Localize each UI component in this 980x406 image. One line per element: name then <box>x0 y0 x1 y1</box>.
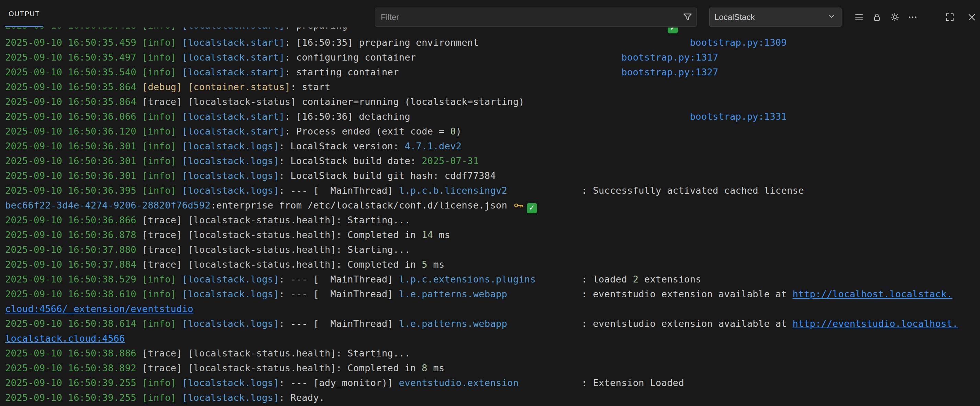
log-text: 2025-09-10 16:50:37.884 <box>5 259 142 270</box>
log-line: 2025-09-10 16:50:35.864 [debug] [contain… <box>0 80 980 94</box>
output-channel-select[interactable]: LocalStack <box>709 8 842 27</box>
log-text: bec66f22-3d4e-4274-9206-28820f76d592 <box>5 200 211 211</box>
log-text: 2025-09-10 16:50:36.301 <box>5 170 142 181</box>
log-line: 2025-09-10 16:50:36.301 [info] [localsta… <box>0 168 980 183</box>
log-pad <box>410 111 690 122</box>
log-text <box>176 37 182 48</box>
file-link[interactable]: bootstrap.py:1331 <box>690 111 787 122</box>
log-text: 2025-09-10 16:50:39.255 <box>5 392 142 403</box>
log-line: 2025-09-10 16:50:38.610 [info] [localsta… <box>0 287 980 301</box>
log-text: : preparing <box>285 27 348 30</box>
log-text: 2025-09-10 16:50:36.395 <box>5 185 142 196</box>
log-text: [localstack.start] <box>182 126 285 137</box>
log-text: [localstack.logs] <box>182 289 279 299</box>
panel-toolbar <box>851 10 979 25</box>
log-text: [localstack.logs] <box>182 141 279 151</box>
file-link[interactable]: bootstrap.py:1317 <box>621 52 718 62</box>
file-link[interactable]: bootstrap.py:1327 <box>621 67 718 77</box>
check-emoji: ✓ <box>527 203 537 213</box>
log-text: 2 <box>633 274 639 285</box>
tab-output[interactable]: OUTPUT <box>9 10 40 18</box>
log-text: : Completed in <box>336 363 422 373</box>
log-line: 2025-09-10 16:50:36.395 [info] [localsta… <box>0 183 980 198</box>
log-line: 2025-09-10 16:50:36.120 [info] [localsta… <box>0 124 980 139</box>
gear-icon[interactable] <box>887 10 902 25</box>
log-text: ) <box>456 126 462 137</box>
log-text: [trace] <box>142 215 182 225</box>
log-text: [localstack-status.health] <box>188 215 336 225</box>
file-link[interactable]: bootstrap.py:1309 <box>690 37 787 48</box>
log-text: [localstack.logs] <box>182 318 279 329</box>
log-text: [info] <box>142 392 177 403</box>
log-pad <box>416 52 622 62</box>
more-actions-icon[interactable] <box>905 10 920 25</box>
log-text <box>176 170 182 181</box>
log-text: 2025-09-10 16:50:35.540 <box>5 67 142 77</box>
log-text: [localstack-status.health] <box>188 363 336 373</box>
log-pad <box>507 185 581 196</box>
log-text: : Starting... <box>336 348 410 358</box>
log-text <box>182 363 188 373</box>
log-text: [info] <box>142 67 177 77</box>
url-link[interactable]: localstack.cloud:4566 <box>5 333 125 344</box>
log-area[interactable]: 2025-09-10 16:50:35.418 [info] [localsta… <box>0 27 980 406</box>
log-line: 2025-09-10 16:50:35.540 [info] [localsta… <box>0 65 980 80</box>
log-text: [localstack.logs] <box>182 274 279 285</box>
filter-container <box>375 8 697 27</box>
log-line: 2025-09-10 16:50:38.886 [trace] [localst… <box>0 346 980 361</box>
log-text: 8 <box>422 363 428 373</box>
log-text: 2025-09-10 16:50:36.878 <box>5 230 142 240</box>
log-line: 2025-09-10 16:50:38.892 [trace] [localst… <box>0 361 980 376</box>
log-text: l.e.patterns.webapp <box>399 318 508 329</box>
lock-icon[interactable] <box>869 10 885 25</box>
log-text: : --- [ MainThread] <box>279 289 399 299</box>
log-text: [trace] <box>142 96 182 107</box>
maximize-panel-icon[interactable] <box>942 10 957 25</box>
log-text: [container.status] <box>188 82 290 92</box>
check-emoji: ✓ <box>668 27 678 34</box>
filter-input[interactable] <box>375 8 697 27</box>
log-text: l.e.patterns.webapp <box>399 289 508 299</box>
log-text: [localstack.logs] <box>182 155 279 166</box>
log-text: [info] <box>142 111 177 122</box>
log-text <box>176 126 182 137</box>
log-text: : start <box>290 82 330 92</box>
log-text <box>182 244 188 255</box>
log-text <box>182 82 188 92</box>
log-text <box>176 155 182 166</box>
log-text: 2025-09-10 16:50:35.864 <box>5 96 142 107</box>
url-link[interactable]: cloud:4566/_extension/eventstudio <box>5 304 194 314</box>
log-text: [localstack-status] <box>188 96 296 107</box>
log-text: : Extension Loaded <box>581 377 684 388</box>
log-text: : --- [ MainThread] <box>279 274 399 285</box>
log-text <box>176 67 182 77</box>
log-text <box>176 27 182 30</box>
log-line: 2025-09-10 16:50:38.614 [info] [localsta… <box>0 316 980 331</box>
log-text: : LocalStack build date: <box>279 155 422 166</box>
url-link[interactable]: http://localhost.localstack. <box>793 289 953 299</box>
log-line: 2025-09-10 16:50:36.301 [info] [localsta… <box>0 139 980 153</box>
lines-icon[interactable] <box>851 10 867 25</box>
close-panel-icon[interactable] <box>964 10 979 25</box>
log-text: 2025-09-10 16:50:35.418 <box>5 27 142 30</box>
log-line-clipped: 2025-09-10 16:50:35.418 [info] [localsta… <box>0 27 980 33</box>
log-text: eventstudio.extension <box>399 377 519 388</box>
log-text: [localstack-status.health] <box>188 259 336 270</box>
log-text: 2025-09-10 16:50:36.301 <box>5 155 142 166</box>
log-text <box>182 230 188 240</box>
log-text: : [16:50:35] preparing environment <box>285 37 479 48</box>
filter-icon[interactable] <box>682 12 694 23</box>
log-text: ms <box>428 259 445 270</box>
log-text: [info] <box>142 27 177 30</box>
url-link[interactable]: http://eventstudio.localhost. <box>793 318 958 329</box>
log-text: [trace] <box>142 348 182 358</box>
log-text: [info] <box>142 274 177 285</box>
log-text: [trace] <box>142 259 182 270</box>
log-text: 2025-09-10 16:50:36.301 <box>5 141 142 151</box>
log-text: : --- [ MainThread] <box>279 318 399 329</box>
log-text: [info] <box>142 141 177 151</box>
active-tab-underline <box>5 26 43 27</box>
log-text: [trace] <box>142 230 182 240</box>
log-text: : eventstudio extension available at <box>581 318 792 329</box>
log-text: [localstack.start] <box>182 52 285 62</box>
